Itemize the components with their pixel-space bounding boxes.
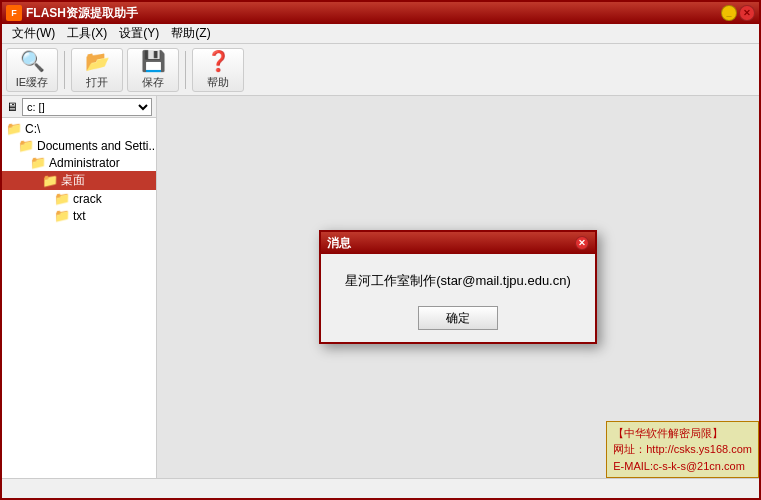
right-panel: 【中华软件解密局限】 网址：http://csks.ys168.com E-MA…: [157, 96, 759, 478]
modal-overlay: 消息 ✕ 星河工作室制作(star@mail.tjpu.edu.cn) 确定: [157, 96, 759, 478]
title-bar-controls: _ ✕: [721, 5, 755, 21]
open-label: 打开: [86, 75, 108, 90]
minimize-button[interactable]: _: [721, 5, 737, 21]
dialog-message: 星河工作室制作(star@mail.tjpu.edu.cn): [345, 272, 571, 290]
content-area: 🖥 c: [] 📁 C:\ 📁 Documents and Setti... 📁…: [2, 96, 759, 478]
toolbar-open-button[interactable]: 📂 打开: [71, 48, 123, 92]
title-bar: F FLASH资源提取助手 _ ✕: [2, 2, 759, 24]
toolbar: 🔍 IE缓存 📂 打开 💾 保存 ❓ 帮助: [2, 44, 759, 96]
folder-icon: 📁: [54, 191, 70, 206]
drive-selector: 🖥 c: []: [2, 96, 156, 118]
drive-icon: 🖥: [6, 100, 18, 114]
tree-item-administrator[interactable]: 📁 Administrator: [2, 154, 156, 171]
tree-item-documents[interactable]: 📁 Documents and Setti...: [2, 137, 156, 154]
toolbar-help-button[interactable]: ❓ 帮助: [192, 48, 244, 92]
menu-settings[interactable]: 设置(Y): [113, 24, 165, 43]
folder-icon: 📁: [42, 173, 58, 188]
window-title: FLASH资源提取助手: [26, 5, 138, 22]
toolbar-separator-2: [185, 51, 186, 89]
menu-file[interactable]: 文件(W): [6, 24, 61, 43]
tree-item-root[interactable]: 📁 C:\: [2, 120, 156, 137]
tree-item-desktop-label: 桌面: [61, 172, 85, 189]
close-button[interactable]: ✕: [739, 5, 755, 21]
left-panel: 🖥 c: [] 📁 C:\ 📁 Documents and Setti... 📁…: [2, 96, 157, 478]
tree-item-crack[interactable]: 📁 crack: [2, 190, 156, 207]
help-icon: ❓: [206, 49, 231, 73]
toolbar-save-button[interactable]: 💾 保存: [127, 48, 179, 92]
app-icon: F: [6, 5, 22, 21]
help-label: 帮助: [207, 75, 229, 90]
ie-cache-icon: 🔍: [20, 49, 45, 73]
dialog-content: 星河工作室制作(star@mail.tjpu.edu.cn) 确定: [321, 254, 595, 342]
toolbar-separator-1: [64, 51, 65, 89]
open-icon: 📂: [85, 49, 110, 73]
ie-cache-label: IE缓存: [16, 75, 48, 90]
tree-item-crack-label: crack: [73, 192, 102, 206]
folder-icon: 📁: [30, 155, 46, 170]
menu-bar: 文件(W) 工具(X) 设置(Y) 帮助(Z): [2, 24, 759, 44]
menu-help[interactable]: 帮助(Z): [165, 24, 216, 43]
dialog-ok-button[interactable]: 确定: [418, 306, 498, 330]
dialog-title-bar: 消息 ✕: [321, 232, 595, 254]
main-window: F FLASH资源提取助手 _ ✕ 文件(W) 工具(X) 设置(Y) 帮助(Z…: [0, 0, 761, 500]
save-label: 保存: [142, 75, 164, 90]
toolbar-ie-cache-button[interactable]: 🔍 IE缓存: [6, 48, 58, 92]
dialog-title: 消息: [327, 235, 351, 252]
dialog-close-button[interactable]: ✕: [575, 236, 589, 250]
folder-icon: 📁: [54, 208, 70, 223]
tree-item-txt-label: txt: [73, 209, 86, 223]
status-bar: [2, 478, 759, 498]
tree-item-root-label: C:\: [25, 122, 40, 136]
title-bar-left: F FLASH资源提取助手: [6, 5, 138, 22]
menu-tools[interactable]: 工具(X): [61, 24, 113, 43]
folder-icon: 📁: [6, 121, 22, 136]
message-dialog: 消息 ✕ 星河工作室制作(star@mail.tjpu.edu.cn) 确定: [319, 230, 597, 344]
tree-item-documents-label: Documents and Setti...: [37, 139, 156, 153]
tree-item-administrator-label: Administrator: [49, 156, 120, 170]
tree-item-txt[interactable]: 📁 txt: [2, 207, 156, 224]
drive-dropdown[interactable]: c: []: [22, 98, 152, 116]
save-icon: 💾: [141, 49, 166, 73]
file-tree: 📁 C:\ 📁 Documents and Setti... 📁 Adminis…: [2, 118, 156, 478]
tree-item-desktop[interactable]: 📁 桌面: [2, 171, 156, 190]
folder-icon: 📁: [18, 138, 34, 153]
